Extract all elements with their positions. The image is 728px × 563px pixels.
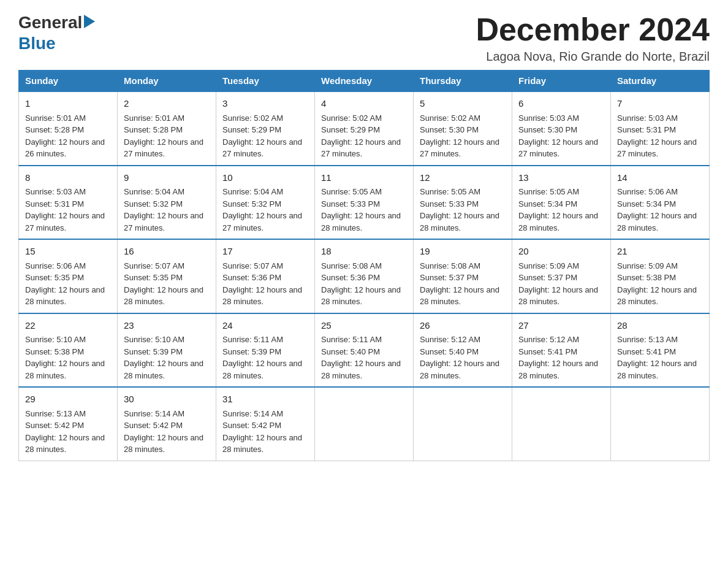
day-number: 15 [25,245,111,259]
day-daylight: Daylight: 12 hours and 28 minutes. [321,285,401,307]
day-sunset: Sunset: 5:39 PM [124,347,183,356]
day-number: 4 [321,97,407,111]
day-daylight: Daylight: 12 hours and 28 minutes. [124,433,203,454]
day-sunrise: Sunrise: 5:13 AM [25,409,86,418]
table-row: 11 Sunrise: 5:05 AM Sunset: 5:33 PM Dayl… [315,166,414,240]
day-number: 30 [124,393,210,407]
table-row: 13 Sunrise: 5:05 AM Sunset: 5:34 PM Dayl… [512,166,611,240]
day-sunrise: Sunrise: 5:01 AM [124,113,184,123]
calendar-week-row: 15 Sunrise: 5:06 AM Sunset: 5:35 PM Dayl… [19,239,710,313]
table-row: 16 Sunrise: 5:07 AM Sunset: 5:35 PM Dayl… [118,239,216,313]
day-daylight: Daylight: 12 hours and 28 minutes. [222,359,302,380]
day-number: 19 [420,245,506,259]
day-daylight: Daylight: 12 hours and 28 minutes. [617,211,697,232]
day-number: 23 [124,319,210,333]
day-sunset: Sunset: 5:28 PM [25,125,84,134]
day-sunrise: Sunrise: 5:09 AM [518,261,579,270]
day-number: 18 [321,245,407,259]
day-sunrise: Sunrise: 5:07 AM [124,261,184,270]
table-row: 12 Sunrise: 5:05 AM Sunset: 5:33 PM Dayl… [414,166,512,240]
day-sunset: Sunset: 5:41 PM [518,347,577,356]
day-sunset: Sunset: 5:30 PM [420,125,479,134]
table-row: 19 Sunrise: 5:08 AM Sunset: 5:37 PM Dayl… [414,239,512,313]
day-sunset: Sunset: 5:34 PM [518,199,577,209]
day-sunrise: Sunrise: 5:06 AM [617,187,678,196]
day-number: 5 [420,97,506,111]
day-number: 26 [420,319,506,333]
col-thursday: Thursday [414,71,512,92]
table-row: 25 Sunrise: 5:11 AM Sunset: 5:40 PM Dayl… [315,313,414,388]
day-number: 11 [321,171,407,185]
day-daylight: Daylight: 12 hours and 28 minutes. [518,359,598,380]
day-sunrise: Sunrise: 5:08 AM [321,261,382,270]
day-sunset: Sunset: 5:32 PM [124,199,183,209]
day-daylight: Daylight: 12 hours and 28 minutes. [124,359,203,380]
day-number: 29 [25,393,111,407]
table-row: 14 Sunrise: 5:06 AM Sunset: 5:34 PM Dayl… [611,166,710,240]
day-sunrise: Sunrise: 5:03 AM [617,113,678,123]
day-number: 12 [420,171,506,185]
col-saturday: Saturday [611,71,710,92]
table-row: 9 Sunrise: 5:04 AM Sunset: 5:32 PM Dayli… [118,166,216,240]
day-sunrise: Sunrise: 5:12 AM [420,335,480,344]
day-sunset: Sunset: 5:36 PM [321,273,380,282]
day-number: 21 [617,245,703,259]
day-daylight: Daylight: 12 hours and 28 minutes. [25,433,105,454]
day-sunrise: Sunrise: 5:11 AM [222,335,283,344]
logo-arrow-icon [84,15,95,31]
day-sunrise: Sunrise: 5:12 AM [518,335,579,344]
day-number: 25 [321,319,407,333]
day-sunset: Sunset: 5:37 PM [518,273,577,282]
table-row: 26 Sunrise: 5:12 AM Sunset: 5:40 PM Dayl… [414,313,512,388]
day-daylight: Daylight: 12 hours and 28 minutes. [420,211,499,232]
day-sunset: Sunset: 5:35 PM [124,273,183,282]
day-sunrise: Sunrise: 5:04 AM [124,187,184,196]
day-daylight: Daylight: 12 hours and 28 minutes. [25,359,105,380]
day-number: 24 [222,319,308,333]
day-sunrise: Sunrise: 5:01 AM [25,113,86,123]
day-daylight: Daylight: 12 hours and 27 minutes. [222,137,302,159]
day-daylight: Daylight: 12 hours and 28 minutes. [420,359,499,380]
day-sunset: Sunset: 5:28 PM [124,125,183,134]
day-sunrise: Sunrise: 5:03 AM [25,187,86,196]
day-sunset: Sunset: 5:33 PM [321,199,380,209]
day-sunset: Sunset: 5:30 PM [518,125,577,134]
table-row: 22 Sunrise: 5:10 AM Sunset: 5:38 PM Dayl… [19,313,118,388]
day-sunset: Sunset: 5:41 PM [617,347,676,356]
day-sunrise: Sunrise: 5:08 AM [420,261,480,270]
day-daylight: Daylight: 12 hours and 28 minutes. [25,285,105,307]
day-sunrise: Sunrise: 5:10 AM [25,335,86,344]
day-number: 22 [25,319,111,333]
day-number: 14 [617,171,703,185]
month-title: December 2024 [476,12,710,47]
page-header: General Blue December 2024 Lagoa Nova, R… [18,12,710,64]
day-sunset: Sunset: 5:42 PM [124,421,183,430]
calendar-week-row: 29 Sunrise: 5:13 AM Sunset: 5:42 PM Dayl… [19,387,710,461]
day-sunset: Sunset: 5:34 PM [617,199,676,209]
day-sunset: Sunset: 5:35 PM [25,273,84,282]
table-row [414,387,512,461]
calendar-table: Sunday Monday Tuesday Wednesday Thursday… [18,70,710,461]
table-row: 20 Sunrise: 5:09 AM Sunset: 5:37 PM Dayl… [512,239,611,313]
day-daylight: Daylight: 12 hours and 28 minutes. [518,211,598,232]
day-daylight: Daylight: 12 hours and 28 minutes. [617,285,697,307]
day-daylight: Daylight: 12 hours and 28 minutes. [321,359,401,380]
day-number: 9 [124,171,210,185]
logo: General Blue [18,12,95,53]
day-sunset: Sunset: 5:31 PM [25,199,84,209]
day-sunrise: Sunrise: 5:05 AM [420,187,480,196]
table-row: 5 Sunrise: 5:02 AM Sunset: 5:30 PM Dayli… [414,91,512,166]
table-row: 4 Sunrise: 5:02 AM Sunset: 5:29 PM Dayli… [315,91,414,166]
col-friday: Friday [512,71,611,92]
day-daylight: Daylight: 12 hours and 28 minutes. [222,285,302,307]
table-row: 3 Sunrise: 5:02 AM Sunset: 5:29 PM Dayli… [216,91,315,166]
day-daylight: Daylight: 12 hours and 27 minutes. [321,137,401,159]
day-number: 17 [222,245,308,259]
day-number: 6 [518,97,604,111]
calendar-week-row: 1 Sunrise: 5:01 AM Sunset: 5:28 PM Dayli… [19,91,710,166]
day-sunset: Sunset: 5:42 PM [222,421,281,430]
day-number: 13 [518,171,604,185]
day-number: 3 [222,97,308,111]
table-row: 6 Sunrise: 5:03 AM Sunset: 5:30 PM Dayli… [512,91,611,166]
location-title: Lagoa Nova, Rio Grande do Norte, Brazil [476,50,710,64]
